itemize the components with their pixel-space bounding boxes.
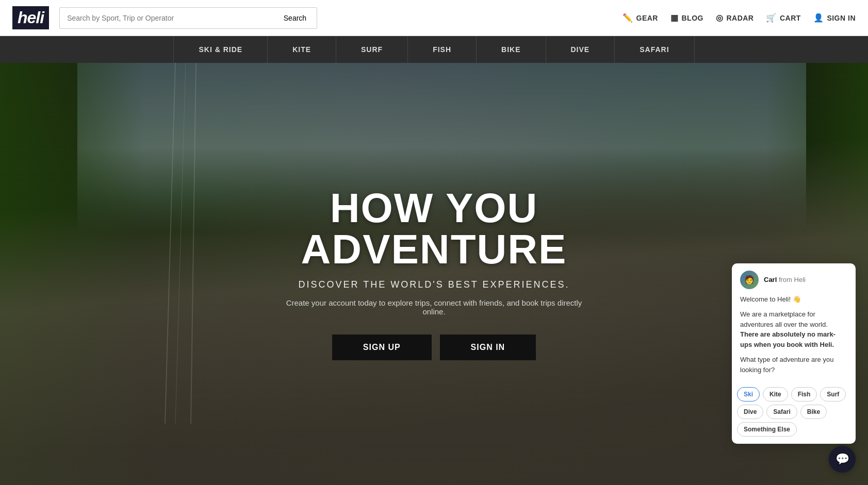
chip-ski[interactable]: Ski — [737, 387, 760, 402]
hero-buttons: SIGN UP SIGN IN — [238, 335, 630, 360]
radar-icon: ◎ — [716, 13, 724, 23]
chip-something-else[interactable]: Something Else — [737, 422, 797, 437]
user-icon: 👤 — [813, 13, 824, 23]
chat-body: Welcome to Heli! 👋 We are a marketplace … — [732, 294, 856, 388]
blog-icon: ▦ — [670, 13, 679, 23]
chip-fish[interactable]: Fish — [791, 387, 817, 402]
chip-surf[interactable]: Surf — [820, 387, 846, 402]
chat-avatar: 🧑 — [740, 271, 759, 289]
chip-kite[interactable]: Kite — [763, 387, 788, 402]
cart-icon: 🛒 — [766, 13, 777, 23]
svg-line-0 — [165, 63, 175, 424]
chat-widget: 🧑 Carl from Heli Welcome to Heli! 👋 We a… — [732, 263, 856, 444]
search-button[interactable]: Search — [273, 7, 317, 29]
nav-radar[interactable]: ◎ RADAR — [716, 13, 754, 23]
category-fish[interactable]: FISH — [408, 36, 477, 63]
nav-signin[interactable]: 👤 SIGN IN — [813, 13, 856, 23]
nav-cart[interactable]: 🛒 CART — [766, 13, 800, 23]
category-surf[interactable]: SURF — [336, 36, 408, 63]
svg-line-2 — [191, 63, 196, 424]
gear-icon: ✏️ — [623, 13, 633, 23]
chat-chips: Ski Kite Fish Surf Dive Safari Bike Some… — [732, 387, 856, 444]
svg-line-1 — [175, 63, 186, 424]
nav-blog[interactable]: ▦ BLOG — [670, 13, 703, 23]
category-safari[interactable]: SAFARI — [615, 36, 694, 63]
category-navigation: SKI & RIDE KITE SURF FISH BIKE DIVE SAFA… — [0, 36, 868, 63]
category-ski-ride[interactable]: SKI & RIDE — [173, 36, 268, 63]
category-dive[interactable]: DIVE — [546, 36, 615, 63]
hero-title: HOW YOU ADVENTURE — [238, 188, 630, 270]
chat-message-2: What type of adventure are you looking f… — [740, 355, 847, 375]
chip-safari[interactable]: Safari — [766, 405, 797, 419]
chat-bubble-button[interactable]: 💬 — [829, 446, 856, 473]
chat-header: 🧑 Carl from Heli — [732, 263, 856, 294]
nav-gear[interactable]: ✏️ GEAR — [623, 13, 658, 23]
logo[interactable]: heli — [12, 6, 49, 29]
signin-button[interactable]: SIGN IN — [440, 335, 536, 360]
chip-bike[interactable]: Bike — [800, 405, 827, 419]
top-navigation: heli Search ✏️ GEAR ▦ BLOG ◎ RADAR 🛒 CAR… — [0, 0, 868, 36]
chat-greeting: Welcome to Heli! 👋 — [740, 294, 847, 305]
nav-actions: ✏️ GEAR ▦ BLOG ◎ RADAR 🛒 CART 👤 SIGN IN — [623, 13, 856, 23]
chat-message-1: We are a marketplace for adventures all … — [740, 309, 847, 349]
hero-description: Create your account today to explore tri… — [285, 298, 584, 316]
chip-dive[interactable]: Dive — [737, 405, 763, 419]
chat-sender-info: Carl from Heli — [764, 276, 806, 283]
search-form: Search — [59, 7, 317, 29]
hero-subtitle: DISCOVER THE WORLD'S BEST EXPERIENCES. — [238, 279, 630, 290]
chat-sender-from-label: from Heli — [779, 276, 806, 283]
category-bike[interactable]: BIKE — [477, 36, 546, 63]
search-input[interactable] — [59, 7, 273, 29]
hero-content: HOW YOU ADVENTURE DISCOVER THE WORLD'S B… — [228, 188, 641, 360]
chat-sender-name: Carl — [764, 276, 777, 283]
signup-button[interactable]: SIGN UP — [332, 335, 432, 360]
chat-bubble-icon: 💬 — [836, 453, 849, 466]
category-kite[interactable]: KITE — [268, 36, 336, 63]
